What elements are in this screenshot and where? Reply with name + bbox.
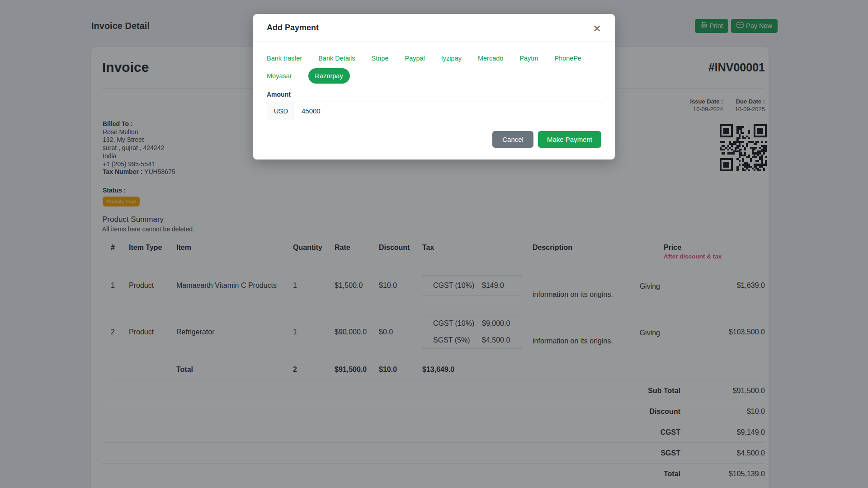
tab-paypal[interactable]: Paypal	[405, 51, 425, 66]
modal-body: Bank trasfer Bank Details Stripe Paypal …	[253, 42, 615, 120]
tab-stripe[interactable]: Stripe	[372, 51, 389, 66]
tab-moyasar[interactable]: Moyasar	[267, 69, 292, 83]
amount-input[interactable]	[295, 102, 601, 120]
add-payment-modal: Add Payment ✕ Bank trasfer Bank Details …	[253, 14, 615, 160]
invoice-detail-page: Invoice Detail Print Pay Now	[0, 0, 868, 488]
make-payment-button[interactable]: Make Payment	[538, 131, 601, 148]
tab-phonepe[interactable]: PhonePe	[554, 51, 581, 66]
payment-method-tabs: Bank trasfer Bank Details Stripe Paypal …	[267, 51, 601, 84]
amount-input-group: USD	[267, 102, 601, 120]
tab-razorpay[interactable]: Razorpay	[308, 68, 350, 84]
close-icon[interactable]: ✕	[590, 21, 604, 37]
modal-title: Add Payment	[267, 23, 601, 33]
tab-bank-details[interactable]: Bank Details	[318, 51, 355, 66]
modal-header: Add Payment ✕	[253, 14, 615, 42]
tab-mercado[interactable]: Mercado	[478, 51, 503, 66]
tab-iyzipay[interactable]: Iyzipay	[441, 51, 462, 66]
tab-bank-transfer[interactable]: Bank trasfer	[267, 51, 302, 66]
currency-prefix: USD	[267, 102, 295, 120]
amount-label: Amount	[267, 91, 601, 98]
cancel-button[interactable]: Cancel	[492, 131, 533, 148]
tab-paytm[interactable]: Paytm	[519, 51, 538, 66]
modal-footer: Cancel Make Payment	[253, 120, 615, 160]
